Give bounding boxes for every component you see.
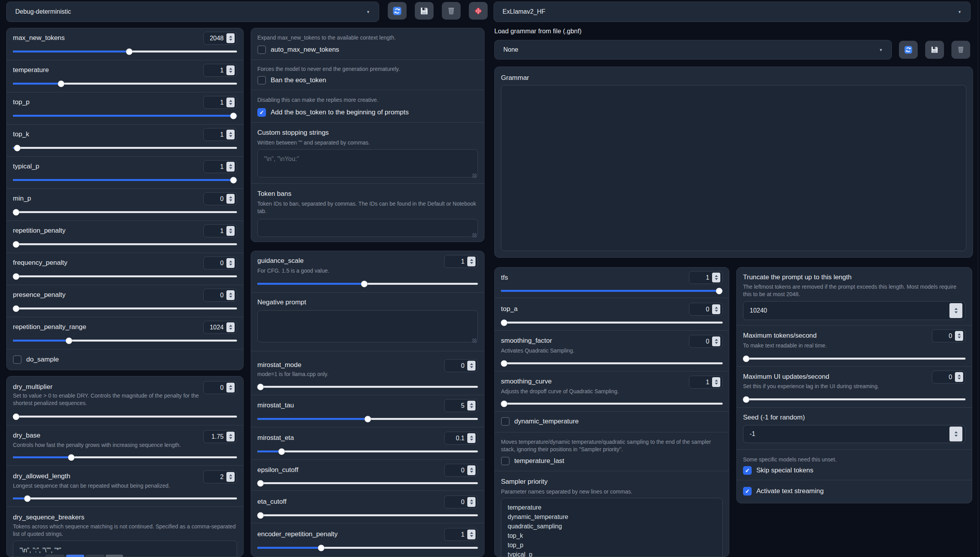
stepper[interactable]	[949, 303, 962, 318]
slider-thumb[interactable]	[716, 288, 723, 294]
random-preset-button[interactable]	[469, 2, 488, 20]
do-sample-checkbox-row[interactable]: ✓ do_sample	[13, 355, 59, 364]
slider[interactable]	[13, 179, 237, 181]
stepper[interactable]	[467, 257, 476, 266]
number-input[interactable]: 0	[444, 359, 478, 372]
token-bans-input[interactable]	[257, 219, 478, 237]
slider[interactable]	[13, 243, 237, 245]
slider-thumb[interactable]	[230, 177, 237, 183]
slider[interactable]	[743, 358, 966, 360]
slider-thumb[interactable]	[58, 80, 64, 87]
seed-input[interactable]: -1	[743, 425, 966, 443]
grammar-file-dropdown[interactable]: None ▼	[494, 40, 892, 60]
stepper[interactable]	[226, 322, 235, 332]
ban-eos-token-checkbox-row[interactable]: ✓ Ban the eos_token	[257, 76, 326, 85]
slider-thumb[interactable]	[257, 383, 264, 390]
number-input[interactable]: 1.75	[203, 430, 237, 443]
slider[interactable]	[13, 456, 237, 458]
slider-thumb[interactable]	[364, 416, 371, 422]
slider-thumb[interactable]	[13, 273, 20, 280]
slider[interactable]	[13, 51, 237, 52]
slider-thumb[interactable]	[13, 241, 20, 248]
number-input[interactable]: 2	[203, 470, 237, 483]
slider[interactable]	[13, 115, 237, 117]
number-input[interactable]: 0.1	[444, 432, 478, 445]
number-input[interactable]: 1	[203, 224, 237, 237]
grammar-input[interactable]	[501, 85, 966, 251]
number-input[interactable]: 0	[444, 464, 478, 477]
negative-prompt-input[interactable]	[257, 310, 478, 342]
slider[interactable]	[257, 547, 478, 549]
slider-thumb[interactable]	[68, 454, 74, 461]
slider[interactable]	[501, 362, 723, 364]
number-input[interactable]: 1	[444, 255, 478, 268]
number-input[interactable]: 0	[203, 289, 237, 302]
truncate-length-input[interactable]: 10240	[743, 301, 966, 320]
stepper[interactable]	[226, 432, 235, 441]
ban-eos-token-checkbox[interactable]: ✓	[257, 76, 266, 85]
slider[interactable]	[257, 450, 478, 452]
stepper[interactable]	[712, 273, 720, 282]
refresh-presets-button[interactable]	[388, 2, 407, 20]
add-bos-token-checkbox-row[interactable]: ✓ Add the bos_token to the beginning of …	[257, 108, 409, 117]
stepper[interactable]	[226, 194, 235, 204]
slider-thumb[interactable]	[743, 355, 750, 362]
slider-thumb[interactable]	[24, 495, 31, 502]
slider[interactable]	[257, 418, 478, 420]
number-input[interactable]: 0	[932, 329, 966, 342]
delete-preset-button[interactable]	[442, 2, 461, 20]
stepper[interactable]	[467, 401, 476, 411]
stepper[interactable]	[226, 98, 235, 107]
stepper[interactable]	[712, 304, 720, 314]
model-loader-dropdown[interactable]: ExLlamav2_HF ▼	[494, 2, 971, 22]
slider-thumb[interactable]	[13, 209, 20, 215]
resize-handle-icon[interactable]	[472, 174, 477, 178]
slider[interactable]	[501, 290, 723, 292]
delete-grammar-button[interactable]	[951, 41, 970, 59]
auto-max-new-tokens-checkbox-row[interactable]: ✓ auto_max_new_tokens	[257, 45, 339, 54]
number-input[interactable]: 5	[444, 399, 478, 412]
slider-thumb[interactable]	[257, 480, 264, 486]
refresh-grammar-button[interactable]	[899, 41, 918, 59]
stepper[interactable]	[226, 130, 235, 139]
stepper[interactable]	[955, 372, 963, 382]
dynamic-temperature-checkbox[interactable]: ✓	[501, 417, 510, 426]
slider[interactable]	[257, 514, 478, 516]
add-bos-token-checkbox[interactable]: ✓	[257, 108, 266, 117]
number-input[interactable]: 0	[203, 381, 237, 394]
stepper[interactable]	[226, 383, 235, 392]
dynamic-temperature-checkbox-row[interactable]: ✓ dynamic_temperature	[501, 417, 579, 426]
stepper[interactable]	[226, 472, 235, 482]
stepper[interactable]	[949, 427, 962, 441]
number-input[interactable]: 1	[203, 128, 237, 141]
slider-thumb[interactable]	[278, 448, 285, 455]
slider-thumb[interactable]	[743, 396, 750, 403]
save-preset-button[interactable]	[415, 2, 434, 20]
slider[interactable]	[257, 482, 478, 484]
slider[interactable]	[501, 403, 723, 405]
slider[interactable]	[13, 83, 237, 85]
number-input[interactable]: 1	[203, 64, 237, 77]
resize-handle-icon[interactable]	[472, 338, 477, 343]
number-input[interactable]: 0	[689, 335, 723, 348]
slider[interactable]	[13, 497, 237, 499]
slider-thumb[interactable]	[13, 305, 20, 312]
activate-text-streaming-checkbox-row[interactable]: ✓ Activate text streaming	[743, 487, 824, 496]
number-input[interactable]: 1	[203, 96, 237, 109]
slider[interactable]	[13, 211, 237, 213]
slider[interactable]	[13, 340, 237, 342]
number-input[interactable]: 1	[203, 160, 237, 173]
slider-thumb[interactable]	[257, 512, 264, 519]
stepper[interactable]	[712, 336, 720, 346]
temperature-last-checkbox[interactable]: ✓	[501, 457, 510, 465]
number-input[interactable]: 0	[932, 371, 966, 383]
stepper[interactable]	[467, 465, 476, 475]
number-input[interactable]: 0	[689, 303, 723, 316]
preset-dropdown[interactable]: Debug-deterministic ▼	[6, 2, 379, 22]
slider[interactable]	[743, 398, 966, 400]
number-input[interactable]: 1024	[203, 321, 237, 334]
auto-max-new-tokens-checkbox[interactable]: ✓	[257, 45, 266, 54]
slider-thumb[interactable]	[361, 280, 368, 287]
custom-stopping-strings-input[interactable]	[257, 149, 478, 177]
stepper[interactable]	[467, 530, 476, 539]
